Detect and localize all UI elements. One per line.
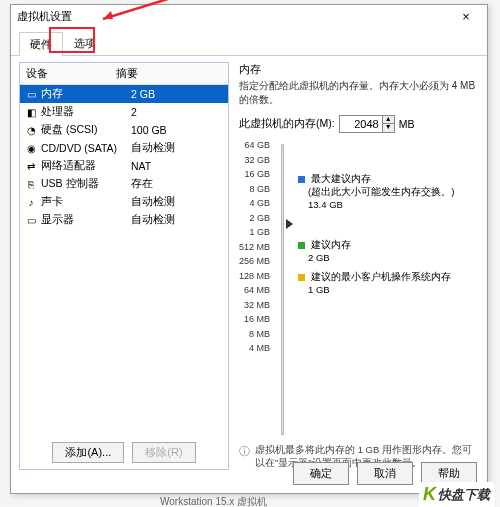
device-summary: 自动检测 <box>131 213 224 227</box>
spin-down-icon[interactable]: ▼ <box>383 124 394 132</box>
device-name: 内存 <box>41 87 131 101</box>
memory-legend: 最大建议内存 (超出此大小可能发生内存交换。) 13.4 GB 建议内存 2 G… <box>292 141 477 438</box>
tick-label: 16 MB <box>244 315 270 324</box>
legend-min-title: 建议的最小客户机操作系统内存 <box>311 271 451 282</box>
tick-label: 512 MB <box>239 243 270 252</box>
device-icon: ▭ <box>24 89 38 100</box>
footer-brand: K 快盘下载 <box>419 482 494 507</box>
hardware-row[interactable]: ⎘USB 控制器存在 <box>20 175 228 193</box>
device-name: 处理器 <box>41 105 131 119</box>
device-summary: 存在 <box>131 177 224 191</box>
footer-workstation: Workstation 15.x 虚拟机 <box>160 495 267 507</box>
legend-max-title: 最大建议内存 <box>311 173 371 184</box>
window-title: 虚拟机设置 <box>17 9 451 24</box>
hardware-row[interactable]: ◉CD/DVD (SATA)自动检测 <box>20 139 228 157</box>
legend-rec-title: 建议内存 <box>311 239 351 250</box>
device-summary: 100 GB <box>131 124 224 136</box>
hardware-row[interactable]: ▭显示器自动检测 <box>20 211 228 229</box>
close-icon[interactable]: × <box>451 9 481 24</box>
hardware-list[interactable]: ▭内存2 GB◧处理器2◔硬盘 (SCSI)100 GB◉CD/DVD (SAT… <box>20 85 228 436</box>
hardware-row[interactable]: ♪声卡自动检测 <box>20 193 228 211</box>
legend-min-val: 1 GB <box>298 284 330 295</box>
tab-hardware[interactable]: 硬件 <box>19 32 63 56</box>
tab-options[interactable]: 选项 <box>63 31 107 55</box>
memory-input[interactable] <box>340 118 382 130</box>
device-icon: ▭ <box>24 215 38 226</box>
square-icon-max <box>298 176 305 183</box>
tick-label: 4 GB <box>250 199 271 208</box>
device-name: 网络适配器 <box>41 159 131 173</box>
device-name: USB 控制器 <box>41 177 131 191</box>
col-device: 设备 <box>26 66 116 81</box>
tick-label: 32 GB <box>245 156 271 165</box>
device-icon: ◉ <box>24 143 38 154</box>
tick-label: 32 MB <box>244 301 270 310</box>
tick-label: 16 GB <box>245 170 271 179</box>
tick-label: 8 GB <box>250 185 271 194</box>
add-button[interactable]: 添加(A)... <box>52 442 124 463</box>
square-icon-rec <box>298 242 305 249</box>
tick-label: 1 GB <box>250 228 271 237</box>
tick-label: 128 MB <box>239 272 270 281</box>
square-icon-min <box>298 274 305 281</box>
memory-spinner[interactable]: ▲ ▼ <box>339 115 395 133</box>
memory-unit: MB <box>399 118 415 130</box>
device-name: 声卡 <box>41 195 131 209</box>
memory-label: 此虚拟机的内存(M): <box>239 117 335 131</box>
device-icon: ◧ <box>24 107 38 118</box>
device-icon: ⇄ <box>24 161 38 172</box>
memory-slider[interactable] <box>274 141 292 438</box>
device-icon: ⎘ <box>24 179 38 190</box>
remove-button: 移除(R) <box>132 442 195 463</box>
device-icon: ♪ <box>24 197 38 208</box>
hardware-row[interactable]: ◧处理器2 <box>20 103 228 121</box>
hardware-row[interactable]: ⇄网络适配器NAT <box>20 157 228 175</box>
device-name: CD/DVD (SATA) <box>41 142 131 154</box>
memory-settings-pane: 内存 指定分配给此虚拟机的内存量。内存大小必须为 4 MB 的倍数。 此虚拟机的… <box>229 56 487 476</box>
device-summary: 自动检测 <box>131 195 224 209</box>
device-name: 显示器 <box>41 213 131 227</box>
hardware-row[interactable]: ▭内存2 GB <box>20 85 228 103</box>
legend-max-sub: (超出此大小可能发生内存交换。) <box>298 186 454 197</box>
section-desc: 指定分配给此虚拟机的内存量。内存大小必须为 4 MB 的倍数。 <box>239 79 477 107</box>
device-summary: 2 GB <box>131 88 224 100</box>
tick-label: 2 GB <box>250 214 271 223</box>
tick-label: 8 MB <box>249 330 270 339</box>
device-summary: 2 <box>131 106 224 118</box>
device-name: 硬盘 (SCSI) <box>41 123 131 137</box>
device-summary: NAT <box>131 160 224 172</box>
cancel-button[interactable]: 取消 <box>357 462 413 485</box>
col-summary: 摘要 <box>116 66 138 81</box>
hardware-row[interactable]: ◔硬盘 (SCSI)100 GB <box>20 121 228 139</box>
legend-rec-val: 2 GB <box>298 252 330 263</box>
legend-max-val: 13.4 GB <box>298 199 343 210</box>
section-title: 内存 <box>239 62 477 77</box>
brand-k-icon: K <box>423 484 436 505</box>
tick-label: 4 MB <box>249 344 270 353</box>
tick-label: 256 MB <box>239 257 270 266</box>
hardware-list-header: 设备 摘要 <box>20 63 228 85</box>
hardware-list-pane: 设备 摘要 ▭内存2 GB◧处理器2◔硬盘 (SCSI)100 GB◉CD/DV… <box>19 62 229 470</box>
ok-button[interactable]: 确定 <box>293 462 349 485</box>
tick-label: 64 MB <box>244 286 270 295</box>
device-icon: ◔ <box>24 125 38 136</box>
brand-text: 快盘下载 <box>438 486 490 504</box>
tick-label: 64 GB <box>245 141 271 150</box>
device-summary: 自动检测 <box>131 141 224 155</box>
memory-ticks: 64 GB32 GB16 GB8 GB4 GB2 GB1 GB512 MB256… <box>239 141 274 438</box>
